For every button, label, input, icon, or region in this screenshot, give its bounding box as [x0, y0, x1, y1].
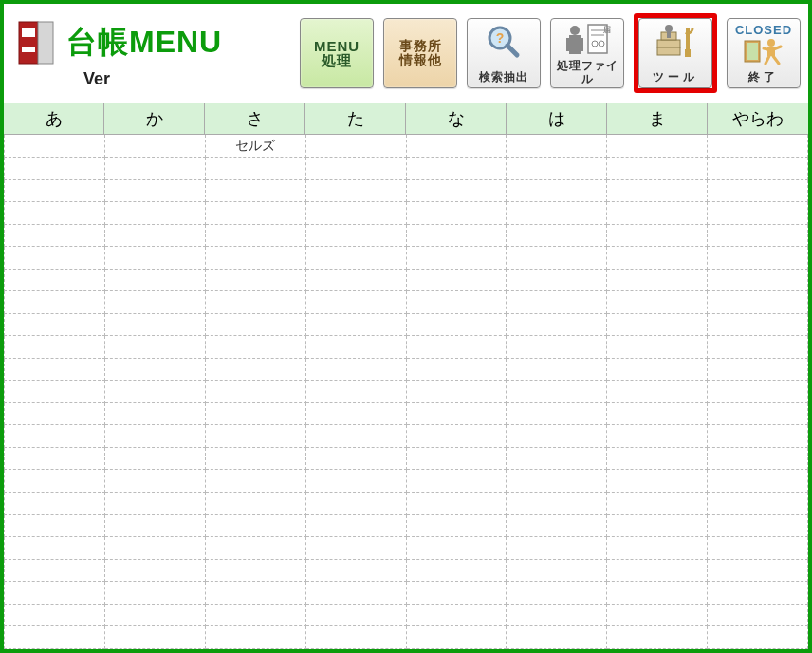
grid-cell[interactable] — [205, 402, 305, 425]
grid-cell[interactable] — [5, 358, 105, 381]
tool-button[interactable]: ツール — [638, 18, 712, 88]
grid-cell[interactable] — [507, 179, 607, 202]
grid-cell[interactable] — [205, 179, 305, 202]
grid-cell[interactable] — [104, 224, 205, 247]
grid-cell[interactable] — [305, 493, 406, 515]
grid-cell[interactable] — [205, 626, 305, 649]
grid-cell[interactable] — [5, 402, 105, 425]
grid-cell[interactable] — [5, 582, 105, 605]
grid-cell[interactable] — [104, 626, 205, 649]
search-button[interactable]: ? 検索抽出 — [467, 18, 541, 88]
kana-tab-na[interactable]: な — [406, 103, 507, 134]
grid-cell[interactable] — [104, 135, 205, 158]
grid-cell[interactable] — [607, 202, 708, 225]
grid-cell[interactable] — [406, 447, 507, 470]
grid-cell[interactable] — [708, 425, 808, 448]
grid-cell[interactable] — [406, 202, 507, 225]
grid-cell[interactable] — [607, 179, 708, 202]
grid-cell[interactable] — [205, 358, 305, 381]
grid-cell[interactable] — [305, 291, 406, 314]
grid-cell[interactable] — [305, 381, 406, 403]
grid-cell[interactable] — [708, 582, 808, 605]
grid-cell[interactable] — [406, 559, 507, 582]
grid-cell[interactable] — [607, 358, 708, 381]
grid-cell[interactable] — [708, 626, 808, 649]
grid-cell[interactable] — [607, 269, 708, 291]
grid-cell[interactable] — [205, 247, 305, 270]
grid-cell[interactable] — [104, 514, 205, 537]
grid-cell[interactable] — [507, 447, 607, 470]
grid-cell[interactable] — [406, 247, 507, 270]
grid-cell[interactable] — [5, 493, 105, 515]
grid-cell[interactable] — [305, 582, 406, 605]
grid-cell[interactable] — [607, 559, 708, 582]
kana-tab-sa[interactable]: さ — [205, 103, 305, 134]
grid-cell[interactable] — [708, 514, 808, 537]
grid-cell[interactable] — [406, 381, 507, 403]
grid-cell[interactable] — [507, 358, 607, 381]
grid-cell[interactable] — [708, 269, 808, 291]
grid-cell[interactable] — [708, 202, 808, 225]
grid-cell[interactable] — [708, 291, 808, 314]
grid-cell[interactable] — [406, 358, 507, 381]
grid-cell[interactable] — [607, 336, 708, 359]
grid-cell[interactable] — [406, 582, 507, 605]
grid-cell[interactable] — [406, 313, 507, 336]
grid-cell[interactable] — [507, 402, 607, 425]
menu-process-button[interactable]: MENU 処理 — [300, 18, 374, 88]
grid-cell[interactable] — [406, 291, 507, 314]
grid-cell[interactable] — [305, 470, 406, 493]
grid-cell[interactable] — [205, 604, 305, 626]
grid-cell[interactable] — [104, 470, 205, 493]
grid-cell[interactable] — [607, 313, 708, 336]
grid-cell[interactable] — [205, 158, 305, 180]
grid-cell[interactable] — [507, 559, 607, 582]
grid-cell[interactable] — [708, 336, 808, 359]
grid-cell[interactable] — [507, 336, 607, 359]
grid-cell[interactable] — [708, 447, 808, 470]
grid-cell[interactable] — [708, 158, 808, 180]
kana-tab-yarawa[interactable]: やらわ — [708, 103, 808, 134]
grid-cell[interactable] — [305, 224, 406, 247]
grid-cell[interactable] — [205, 537, 305, 560]
grid-cell[interactable] — [708, 493, 808, 515]
grid-cell[interactable] — [104, 447, 205, 470]
grid-cell[interactable] — [104, 202, 205, 225]
grid-cell[interactable] — [104, 247, 205, 270]
grid-cell[interactable] — [607, 425, 708, 448]
grid-cell[interactable] — [406, 425, 507, 448]
grid-cell[interactable] — [708, 470, 808, 493]
grid-cell[interactable] — [5, 447, 105, 470]
grid-cell[interactable] — [205, 381, 305, 403]
grid-cell[interactable] — [205, 582, 305, 605]
grid-cell[interactable] — [406, 158, 507, 180]
grid-cell[interactable] — [5, 291, 105, 314]
kana-tab-ta[interactable]: た — [305, 103, 406, 134]
grid-cell[interactable] — [104, 582, 205, 605]
grid-cell[interactable] — [5, 135, 105, 158]
grid-cell[interactable] — [305, 358, 406, 381]
grid-cell[interactable] — [406, 224, 507, 247]
grid-cell[interactable] — [104, 358, 205, 381]
grid-cell[interactable] — [5, 247, 105, 270]
grid-cell[interactable] — [708, 224, 808, 247]
grid-cell[interactable] — [507, 425, 607, 448]
exit-button[interactable]: CLOSED 終了 — [727, 18, 801, 88]
grid-cell[interactable] — [507, 626, 607, 649]
grid-cell[interactable] — [607, 604, 708, 626]
grid-cell[interactable] — [5, 224, 105, 247]
grid-cell[interactable] — [5, 514, 105, 537]
grid-cell[interactable] — [5, 604, 105, 626]
grid-cell[interactable] — [305, 202, 406, 225]
grid-cell[interactable] — [406, 336, 507, 359]
grid-cell[interactable] — [104, 559, 205, 582]
grid-cell[interactable] — [5, 626, 105, 649]
grid-cell[interactable] — [406, 179, 507, 202]
grid-cell[interactable] — [104, 604, 205, 626]
grid-cell[interactable] — [205, 269, 305, 291]
grid-cell[interactable] — [104, 291, 205, 314]
grid-cell[interactable] — [708, 135, 808, 158]
grid-cell[interactable] — [607, 514, 708, 537]
grid-cell[interactable] — [205, 559, 305, 582]
grid-cell[interactable] — [305, 313, 406, 336]
